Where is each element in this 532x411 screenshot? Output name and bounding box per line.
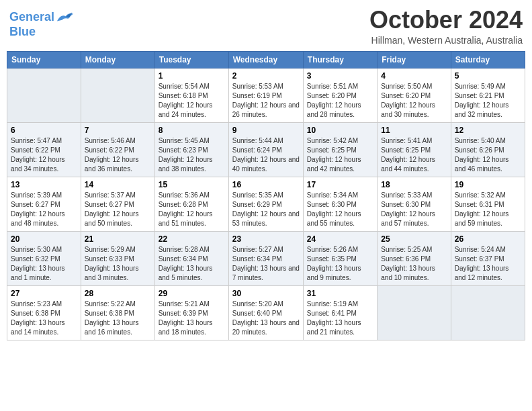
day-number: 28 (85, 289, 151, 298)
day-number: 15 (159, 180, 225, 189)
day-number: 16 (232, 180, 300, 189)
page-header: General Blue October 2024 Hillman, Weste… (7, 7, 525, 46)
day-number: 24 (307, 234, 373, 244)
day-info: Sunrise: 5:47 AMSunset: 6:22 PMDaylight:… (11, 136, 77, 174)
day-info: Sunrise: 5:44 AMSunset: 6:24 PMDaylight:… (232, 136, 300, 174)
day-number: 23 (232, 234, 300, 244)
calendar-cell: 11Sunrise: 5:41 AMSunset: 6:25 PMDayligh… (378, 122, 451, 177)
day-number: 18 (381, 180, 447, 189)
calendar-cell: 23Sunrise: 5:27 AMSunset: 6:34 PMDayligh… (228, 231, 303, 285)
calendar-cell: 20Sunrise: 5:30 AMSunset: 6:32 PMDayligh… (7, 231, 81, 285)
day-number: 11 (381, 126, 447, 135)
day-info: Sunrise: 5:27 AMSunset: 6:34 PMDaylight:… (232, 245, 300, 283)
calendar-cell: 9Sunrise: 5:44 AMSunset: 6:24 PMDaylight… (228, 122, 303, 177)
calendar-cell: 30Sunrise: 5:20 AMSunset: 6:40 PMDayligh… (228, 285, 303, 340)
day-number: 8 (159, 126, 225, 135)
day-number: 21 (85, 234, 151, 244)
calendar-week-row: 20Sunrise: 5:30 AMSunset: 6:32 PMDayligh… (7, 231, 525, 285)
day-info: Sunrise: 5:22 AMSunset: 6:38 PMDaylight:… (85, 300, 151, 337)
calendar-cell: 21Sunrise: 5:29 AMSunset: 6:33 PMDayligh… (81, 231, 154, 285)
calendar-cell: 3Sunrise: 5:51 AMSunset: 6:20 PMDaylight… (303, 68, 377, 122)
day-number: 1 (159, 71, 225, 81)
calendar-cell: 1Sunrise: 5:54 AMSunset: 6:18 PMDaylight… (154, 68, 228, 122)
day-info: Sunrise: 5:21 AMSunset: 6:39 PMDaylight:… (159, 300, 225, 337)
day-info: Sunrise: 5:53 AMSunset: 6:19 PMDaylight:… (232, 82, 300, 120)
day-info: Sunrise: 5:28 AMSunset: 6:34 PMDaylight:… (159, 245, 225, 283)
day-info: Sunrise: 5:36 AMSunset: 6:28 PMDaylight:… (159, 191, 225, 228)
day-info: Sunrise: 5:41 AMSunset: 6:25 PMDaylight:… (381, 136, 447, 174)
calendar-week-row: 6Sunrise: 5:47 AMSunset: 6:22 PMDaylight… (7, 122, 525, 177)
calendar-cell: 16Sunrise: 5:35 AMSunset: 6:29 PMDayligh… (228, 177, 303, 231)
day-number: 14 (85, 180, 151, 189)
day-info: Sunrise: 5:33 AMSunset: 6:30 PMDaylight:… (381, 191, 447, 228)
day-header-monday: Monday (81, 51, 154, 68)
calendar-cell: 17Sunrise: 5:34 AMSunset: 6:30 PMDayligh… (303, 177, 377, 231)
day-number: 26 (455, 234, 521, 244)
day-info: Sunrise: 5:39 AMSunset: 6:27 PMDaylight:… (11, 191, 77, 228)
day-info: Sunrise: 5:32 AMSunset: 6:31 PMDaylight:… (455, 191, 521, 228)
calendar-cell (451, 285, 525, 340)
calendar-cell: 24Sunrise: 5:26 AMSunset: 6:35 PMDayligh… (303, 231, 377, 285)
day-number: 2 (232, 71, 300, 81)
calendar-table: SundayMondayTuesdayWednesdayThursdayFrid… (7, 51, 525, 340)
calendar-cell (378, 285, 451, 340)
calendar-cell: 6Sunrise: 5:47 AMSunset: 6:22 PMDaylight… (7, 122, 81, 177)
logo-text: General (9, 11, 54, 24)
day-number: 10 (307, 126, 373, 135)
day-info: Sunrise: 5:35 AMSunset: 6:29 PMDaylight:… (232, 191, 300, 228)
day-number: 7 (85, 126, 151, 135)
day-number: 3 (307, 71, 373, 81)
calendar-cell: 10Sunrise: 5:42 AMSunset: 6:25 PMDayligh… (303, 122, 377, 177)
calendar-cell: 13Sunrise: 5:39 AMSunset: 6:27 PMDayligh… (7, 177, 81, 231)
day-info: Sunrise: 5:23 AMSunset: 6:38 PMDaylight:… (11, 300, 77, 337)
calendar-cell: 31Sunrise: 5:19 AMSunset: 6:41 PMDayligh… (303, 285, 377, 340)
title-block: October 2024 Hillman, Western Australia,… (369, 7, 523, 46)
calendar-cell: 12Sunrise: 5:40 AMSunset: 6:26 PMDayligh… (451, 122, 525, 177)
day-info: Sunrise: 5:40 AMSunset: 6:26 PMDaylight:… (455, 136, 521, 174)
calendar-cell: 7Sunrise: 5:46 AMSunset: 6:22 PMDaylight… (81, 122, 154, 177)
calendar-cell: 14Sunrise: 5:37 AMSunset: 6:27 PMDayligh… (81, 177, 154, 231)
calendar-cell: 4Sunrise: 5:50 AMSunset: 6:20 PMDaylight… (378, 68, 451, 122)
day-number: 17 (307, 180, 373, 189)
day-header-tuesday: Tuesday (154, 51, 228, 68)
calendar-cell (81, 68, 154, 122)
day-header-friday: Friday (378, 51, 451, 68)
day-header-thursday: Thursday (303, 51, 377, 68)
day-info: Sunrise: 5:34 AMSunset: 6:30 PMDaylight:… (307, 191, 373, 228)
day-info: Sunrise: 5:20 AMSunset: 6:40 PMDaylight:… (232, 300, 300, 337)
day-number: 5 (455, 71, 521, 81)
day-number: 30 (232, 289, 300, 298)
calendar-cell: 27Sunrise: 5:23 AMSunset: 6:38 PMDayligh… (7, 285, 81, 340)
day-header-sunday: Sunday (7, 51, 81, 68)
calendar-cell: 8Sunrise: 5:45 AMSunset: 6:23 PMDaylight… (154, 122, 228, 177)
calendar-cell (7, 68, 81, 122)
calendar-cell: 2Sunrise: 5:53 AMSunset: 6:19 PMDaylight… (228, 68, 303, 122)
day-number: 13 (11, 180, 77, 189)
day-info: Sunrise: 5:24 AMSunset: 6:37 PMDaylight:… (455, 245, 521, 283)
calendar-cell: 28Sunrise: 5:22 AMSunset: 6:38 PMDayligh… (81, 285, 154, 340)
day-number: 22 (159, 234, 225, 244)
calendar-week-row: 13Sunrise: 5:39 AMSunset: 6:27 PMDayligh… (7, 177, 525, 231)
calendar-cell: 26Sunrise: 5:24 AMSunset: 6:37 PMDayligh… (451, 231, 525, 285)
calendar-cell: 5Sunrise: 5:49 AMSunset: 6:21 PMDaylight… (451, 68, 525, 122)
calendar-cell: 29Sunrise: 5:21 AMSunset: 6:39 PMDayligh… (154, 285, 228, 340)
month-title: October 2024 (369, 7, 523, 34)
calendar-week-row: 1Sunrise: 5:54 AMSunset: 6:18 PMDaylight… (7, 68, 525, 122)
calendar-header-row: SundayMondayTuesdayWednesdayThursdayFrid… (7, 51, 525, 68)
logo-bird-icon (56, 9, 75, 26)
location: Hillman, Western Australia, Australia (369, 35, 523, 46)
day-number: 12 (455, 126, 521, 135)
day-info: Sunrise: 5:37 AMSunset: 6:27 PMDaylight:… (85, 191, 151, 228)
calendar-cell: 18Sunrise: 5:33 AMSunset: 6:30 PMDayligh… (378, 177, 451, 231)
calendar-cell: 22Sunrise: 5:28 AMSunset: 6:34 PMDayligh… (154, 231, 228, 285)
day-info: Sunrise: 5:26 AMSunset: 6:35 PMDaylight:… (307, 245, 373, 283)
day-info: Sunrise: 5:19 AMSunset: 6:41 PMDaylight:… (307, 300, 373, 337)
day-info: Sunrise: 5:46 AMSunset: 6:22 PMDaylight:… (85, 136, 151, 174)
day-info: Sunrise: 5:49 AMSunset: 6:21 PMDaylight:… (455, 82, 521, 120)
day-info: Sunrise: 5:51 AMSunset: 6:20 PMDaylight:… (307, 82, 373, 120)
logo: General Blue (9, 9, 75, 39)
day-info: Sunrise: 5:25 AMSunset: 6:36 PMDaylight:… (381, 245, 447, 283)
day-info: Sunrise: 5:30 AMSunset: 6:32 PMDaylight:… (11, 245, 77, 283)
day-info: Sunrise: 5:29 AMSunset: 6:33 PMDaylight:… (85, 245, 151, 283)
day-info: Sunrise: 5:50 AMSunset: 6:20 PMDaylight:… (381, 82, 447, 120)
